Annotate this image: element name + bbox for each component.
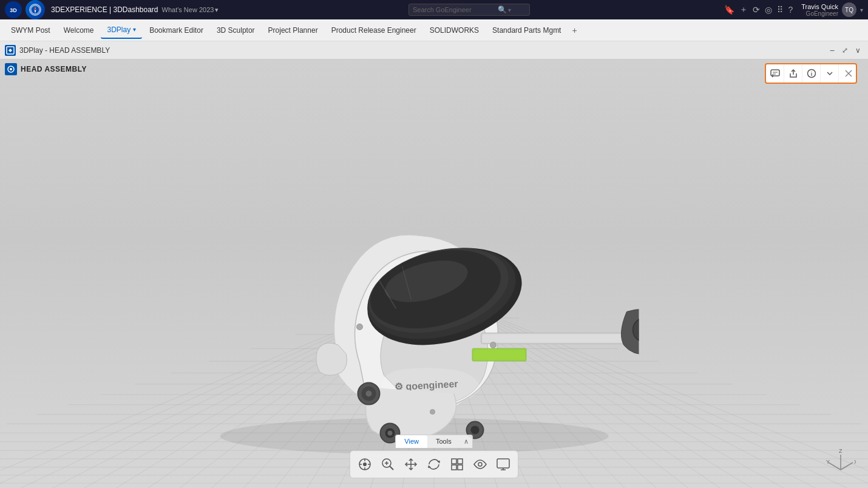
svg-point-32 — [471, 426, 480, 435]
svg-line-44 — [829, 463, 841, 470]
sidebar-item-swym-post[interactable]: SWYM Post — [5, 22, 56, 38]
app-title: 3DEXPERIENCE | 3DDashboard — [51, 5, 158, 14]
content-area: 3DPlay - HEAD ASSEMBLY − ⤢ ∨ HEAD ASSEMB… — [0, 41, 868, 488]
svg-rect-24 — [473, 350, 526, 361]
compass-inner — [29, 4, 41, 16]
user-name: Travis Quick — [801, 3, 838, 10]
3d-viewport[interactable]: ⚙ goengineer — [0, 59, 868, 488]
svg-text:X: X — [854, 459, 856, 465]
svg-point-38 — [357, 324, 363, 330]
compass-button[interactable] — [25, 0, 45, 19]
svg-text:Z: Z — [839, 448, 843, 454]
sidebar-item-welcome[interactable]: Welcome — [58, 22, 100, 38]
bookmark-icon[interactable]: 🔖 — [724, 5, 734, 15]
toolbar-tabs: View Tools ∧ — [395, 435, 472, 448]
rotate-button[interactable] — [423, 453, 445, 475]
info-button[interactable]: i — [802, 64, 821, 83]
chat-button[interactable] — [766, 64, 784, 83]
add-widget-icon[interactable]: ＋ — [739, 4, 748, 15]
sidebar-item-project-planner[interactable]: Project Planner — [262, 22, 324, 38]
tab-tools[interactable]: Tools — [427, 435, 460, 448]
panel-controls: i — [765, 63, 857, 84]
nav-bar: SWYM Post Welcome 3DPlay ▾ Bookmark Edit… — [0, 19, 868, 41]
share-icon[interactable]: ⟳ — [753, 5, 760, 15]
svg-point-7 — [10, 68, 12, 70]
3d-model: ⚙ goengineer — [184, 133, 639, 467]
search-bar: 🔍 ▾ — [409, 4, 530, 16]
share-panel-button[interactable] — [784, 64, 802, 83]
svg-marker-3 — [35, 6, 36, 10]
top-bar: 3D 3DEXPERIENCE | 3DDashboard What's New… — [0, 0, 868, 19]
zoom-button[interactable] — [377, 453, 399, 475]
axes-indicator: X Y Z — [826, 446, 856, 476]
3ds-logo[interactable]: 3D — [5, 1, 22, 18]
top-right-icons: 🔖 ＋ ⟳ ◎ ⠿ ? — [724, 4, 793, 15]
viewport-title: 3DPlay - HEAD ASSEMBLY — [19, 46, 110, 55]
help-icon[interactable]: ? — [788, 5, 793, 15]
apps-icon[interactable]: ⠿ — [777, 5, 783, 15]
sidebar-item-solidworks[interactable]: SOLIDWORKS — [424, 22, 485, 38]
pan-button[interactable] — [400, 453, 422, 475]
view-modes-button[interactable] — [469, 453, 491, 475]
tab-view[interactable]: View — [396, 435, 427, 448]
fit-all-button[interactable] — [446, 453, 468, 475]
sidebar-item-3d-sculptor[interactable]: 3D Sculptor — [211, 22, 261, 38]
svg-marker-4 — [35, 10, 36, 13]
logo-area: 3D — [5, 0, 45, 19]
svg-point-50 — [363, 463, 367, 466]
community-icon[interactable]: ◎ — [765, 5, 772, 15]
toolbar-icons — [350, 450, 518, 478]
svg-text:3D: 3D — [10, 7, 17, 13]
svg-point-35 — [366, 391, 372, 397]
user-avatar[interactable]: TQ — [842, 2, 856, 17]
sidebar-item-product-release-engineer[interactable]: Product Release Engineer — [325, 22, 422, 38]
whats-new-button[interactable]: What's New 2023 ▾ — [162, 6, 219, 14]
svg-rect-59 — [452, 459, 456, 464]
svg-rect-60 — [458, 459, 463, 464]
user-company: GoEngineer — [801, 10, 838, 17]
svg-rect-64 — [497, 459, 509, 468]
assembly-label: HEAD ASSEMBLY — [5, 63, 87, 75]
toolbar-expand-button[interactable]: ∧ — [460, 435, 472, 448]
svg-rect-27 — [483, 334, 639, 343]
svg-point-40 — [430, 410, 435, 415]
svg-line-56 — [390, 466, 393, 470]
svg-rect-62 — [458, 465, 463, 470]
svg-point-39 — [490, 342, 497, 348]
minimize-button[interactable]: − — [827, 46, 837, 55]
search-icon[interactable]: 🔍 — [498, 5, 507, 14]
close-panel-button[interactable] — [841, 66, 856, 81]
maximize-button[interactable]: ⤢ — [839, 46, 850, 55]
svg-text:Y: Y — [826, 459, 830, 465]
assembly-icon — [5, 63, 17, 75]
add-tab-button[interactable]: + — [568, 23, 580, 38]
svg-text:i: i — [810, 71, 812, 77]
assembly-name: HEAD ASSEMBLY — [21, 65, 87, 73]
home-view-button[interactable] — [354, 453, 376, 475]
svg-point-63 — [478, 463, 482, 466]
svg-line-43 — [841, 463, 853, 470]
bottom-toolbar: View Tools ∧ — [350, 435, 518, 478]
sidebar-item-3dplay[interactable]: 3DPlay ▾ — [101, 22, 142, 39]
search-input[interactable] — [413, 6, 498, 13]
svg-rect-61 — [452, 465, 456, 470]
sidebar-item-bookmark-editor[interactable]: Bookmark Editor — [143, 22, 209, 38]
sidebar-item-standard-parts-mgmt[interactable]: Standard Parts Mgmt — [486, 22, 567, 38]
display-button[interactable] — [492, 453, 514, 475]
search-dropdown-icon[interactable]: ▾ — [508, 7, 511, 13]
panel-dropdown-button[interactable]: ∨ — [853, 46, 863, 55]
3dplay-dropdown-icon[interactable]: ▾ — [133, 26, 136, 33]
expand-panel-button[interactable] — [821, 64, 839, 83]
viewport-header: 3DPlay - HEAD ASSEMBLY − ⤢ ∨ — [0, 41, 868, 59]
user-section: Travis Quick GoEngineer TQ ▾ — [801, 2, 863, 17]
viewport-icon — [5, 45, 16, 56]
user-dropdown-icon[interactable]: ▾ — [860, 7, 863, 13]
